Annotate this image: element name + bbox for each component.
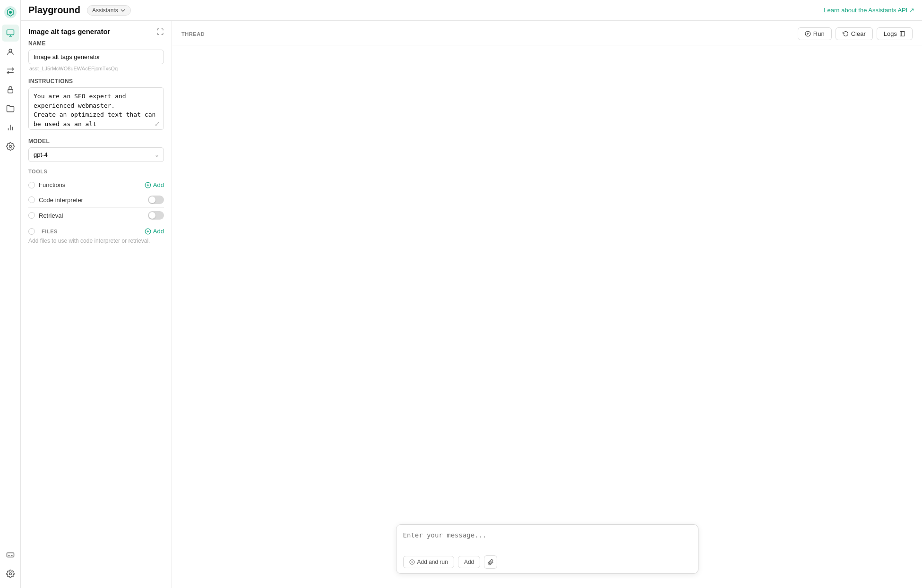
svg-rect-9 [7, 553, 14, 557]
left-panel: Image alt tags generator Name asst_LJ5rM… [21, 21, 172, 588]
message-actions: Add and run Add [403, 555, 691, 569]
chevron-down-icon [120, 8, 126, 13]
model-section: Model gpt-4 gpt-3.5-turbo ⌄ [21, 138, 172, 169]
functions-label: Functions [39, 181, 145, 188]
sidebar-item-lock[interactable] [2, 81, 19, 98]
page-title: Playground [28, 5, 80, 16]
sidebar [0, 0, 21, 588]
paperclip-icon [488, 559, 494, 565]
message-input-container: Add and run Add [396, 524, 698, 574]
tools-label: TOOLS [28, 169, 164, 174]
instructions-label: Instructions [28, 78, 164, 85]
run-icon [805, 31, 811, 37]
model-select-wrap: gpt-4 gpt-3.5-turbo ⌄ [28, 147, 164, 162]
tool-row-code-interpreter: Code interpreter [28, 192, 164, 208]
logo-icon[interactable] [4, 6, 17, 19]
svg-rect-25 [900, 32, 905, 36]
files-hint: Add files to use with code interpreter o… [28, 238, 164, 244]
code-interpreter-toggle[interactable] [148, 196, 164, 204]
thread-actions: Run Clear Logs [798, 27, 913, 40]
logs-button[interactable]: Logs [877, 27, 913, 40]
logs-icon [899, 31, 905, 37]
plus-circle-icon [145, 182, 151, 188]
code-interpreter-label: Code interpreter [39, 196, 148, 204]
svg-marker-28 [412, 561, 413, 563]
clear-icon [843, 31, 849, 37]
svg-marker-24 [807, 33, 809, 34]
instructions-section: Instructions ⤢ [21, 78, 172, 138]
svg-point-8 [9, 145, 11, 148]
assistant-title: Image alt tags generator [28, 27, 110, 35]
tools-section: TOOLS Functions Add [21, 169, 172, 228]
thread-content [172, 45, 922, 588]
clear-button[interactable]: Clear [836, 27, 873, 40]
name-input[interactable] [28, 50, 164, 64]
sidebar-item-chart[interactable] [2, 119, 19, 136]
right-panel: THREAD Run Clear [172, 21, 922, 588]
header: Playground Assistants Learn about the As… [21, 0, 922, 21]
assistant-id: asst_LJ5rMcWO8uEWAcEFjcmTxsQq [28, 64, 164, 71]
retrieval-label: Retrieval [39, 212, 148, 219]
files-header: FILES Add [28, 228, 164, 235]
thread-label: THREAD [181, 31, 205, 37]
files-section: FILES Add Add files to use with code int… [21, 228, 172, 249]
tool-row-retrieval: Retrieval [28, 208, 164, 223]
files-add-button[interactable]: Add [145, 228, 164, 235]
retrieval-toggle[interactable] [148, 211, 164, 220]
sidebar-item-compare[interactable] [2, 62, 19, 79]
sidebar-item-user[interactable] [2, 43, 19, 60]
run-button[interactable]: Run [798, 27, 832, 40]
model-label: Model [28, 138, 164, 145]
add-message-button[interactable]: Add [458, 556, 480, 568]
main-content: Playground Assistants Learn about the As… [21, 0, 922, 588]
body-layout: Image alt tags generator Name asst_LJ5rM… [21, 21, 922, 588]
expand-textarea-icon[interactable]: ⤢ [155, 120, 160, 128]
svg-rect-2 [7, 30, 14, 35]
message-input[interactable] [403, 530, 691, 550]
add-and-run-button[interactable]: Add and run [403, 556, 454, 568]
tool-row-functions: Functions Add [28, 178, 164, 192]
attach-button[interactable] [484, 555, 497, 569]
learn-link[interactable]: Learn about the Assistants API ↗ [824, 7, 914, 14]
functions-icon [28, 182, 35, 188]
instructions-textarea[interactable] [28, 87, 164, 130]
expand-icon[interactable] [156, 27, 164, 35]
svg-point-16 [9, 573, 11, 575]
code-interpreter-icon [28, 196, 35, 203]
add-run-icon [409, 559, 415, 565]
sidebar-item-keyboard[interactable] [2, 546, 19, 563]
left-panel-header: Image alt tags generator [21, 21, 172, 40]
functions-add-button[interactable]: Add [145, 181, 164, 188]
assistants-badge[interactable]: Assistants [87, 5, 131, 16]
model-select[interactable]: gpt-4 gpt-3.5-turbo [28, 147, 164, 162]
svg-point-1 [9, 11, 12, 14]
name-section: Name asst_LJ5rMcWO8uEWAcEFjcmTxsQq [21, 40, 172, 78]
sidebar-item-settings-alt[interactable] [2, 565, 19, 582]
thread-header: THREAD Run Clear [172, 21, 922, 45]
instructions-wrap: ⤢ [28, 87, 164, 131]
sidebar-item-settings[interactable] [2, 138, 19, 155]
name-label: Name [28, 40, 164, 47]
svg-point-3 [9, 49, 12, 52]
retrieval-icon [28, 212, 35, 219]
svg-rect-4 [8, 89, 13, 93]
files-icon [28, 228, 35, 235]
sidebar-item-folder[interactable] [2, 100, 19, 117]
sidebar-item-chat[interactable] [2, 25, 19, 42]
files-label: FILES [28, 228, 58, 235]
files-plus-icon [145, 228, 151, 235]
